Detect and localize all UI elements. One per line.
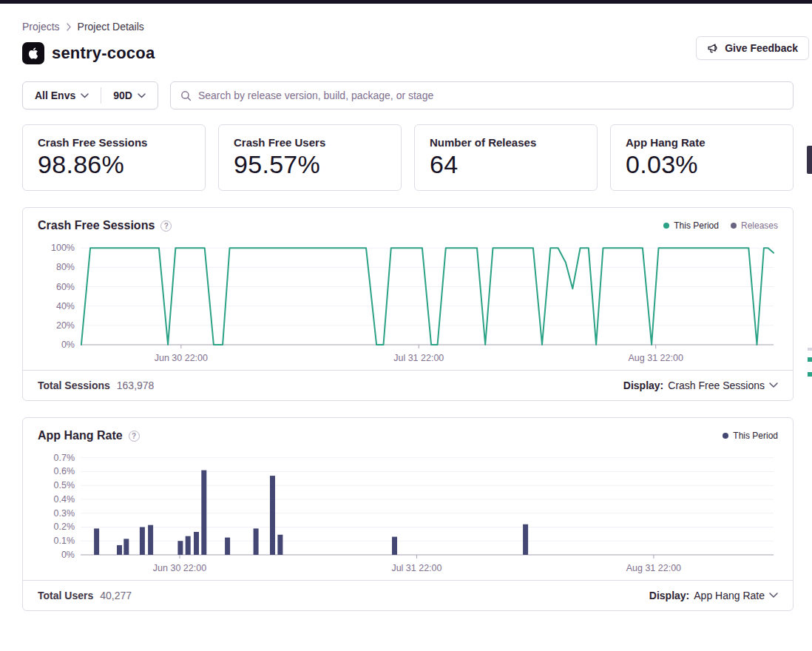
date-range-filter-dropdown[interactable]: 90D xyxy=(101,82,158,109)
svg-text:Aug 31 22:00: Aug 31 22:00 xyxy=(626,563,681,573)
legend-label: This Period xyxy=(733,431,778,441)
stat-label: Crash Free Sessions xyxy=(38,136,190,149)
svg-text:0.3%: 0.3% xyxy=(54,508,75,519)
total-sessions-label: Total Sessions xyxy=(38,380,110,391)
crash-free-sessions-chart[interactable]: 0%20%40%60%80%100%Jun 30 22:00Jul 31 22:… xyxy=(38,237,778,368)
environment-filter-label: All Envs xyxy=(35,90,75,101)
filter-group: All Envs 90D xyxy=(22,81,158,109)
panel-header: App Hang Rate ? This Period xyxy=(23,418,793,444)
svg-text:0.4%: 0.4% xyxy=(54,494,75,505)
stat-label: Number of Releases xyxy=(430,136,582,149)
display-label: Display: xyxy=(649,590,689,601)
stat-cards-row: Crash Free Sessions 98.86% Crash Free Us… xyxy=(22,124,794,191)
project-details-page: Projects Project Details Give Feedback s… xyxy=(0,21,812,611)
breadcrumb-chevron-icon xyxy=(66,23,72,31)
stat-card-crash-free-sessions: Crash Free Sessions 98.86% xyxy=(22,124,206,191)
clipped-content-fragment xyxy=(808,348,812,351)
svg-text:40%: 40% xyxy=(56,301,75,311)
megaphone-icon xyxy=(707,42,719,54)
svg-text:60%: 60% xyxy=(56,282,75,292)
legend-dot xyxy=(663,223,669,229)
stat-card-app-hang-rate: App Hang Rate 0.03% xyxy=(610,124,794,191)
filter-bar: All Envs 90D xyxy=(22,81,794,109)
breadcrumb-projects-link[interactable]: Projects xyxy=(22,21,60,33)
top-border-bar xyxy=(0,0,812,4)
legend-label: This Period xyxy=(674,220,719,231)
stat-value: 98.86% xyxy=(38,150,190,179)
clipped-content-fragment xyxy=(807,146,812,174)
chevron-down-icon xyxy=(769,382,778,388)
stat-card-crash-free-users: Crash Free Users 95.57% xyxy=(218,124,402,191)
crash-free-sessions-panel: Crash Free Sessions ? This Period Releas… xyxy=(22,207,794,401)
breadcrumb: Projects Project Details xyxy=(22,21,794,33)
display-value: Crash Free Sessions xyxy=(668,380,765,391)
date-range-filter-label: 90D xyxy=(113,90,132,101)
help-icon[interactable]: ? xyxy=(129,431,140,442)
legend-item-this-period[interactable]: This Period xyxy=(663,220,719,231)
panel-title: Crash Free Sessions xyxy=(38,219,155,232)
stat-value: 64 xyxy=(430,150,582,179)
release-search-box xyxy=(170,81,794,109)
give-feedback-label: Give Feedback xyxy=(725,42,798,54)
svg-text:Aug 31 22:00: Aug 31 22:00 xyxy=(629,353,683,363)
clipped-content-fragment xyxy=(808,372,812,377)
chart-area: 0%20%40%60%80%100%Jun 30 22:00Jul 31 22:… xyxy=(23,234,793,370)
display-selector[interactable]: Display: App Hang Rate xyxy=(649,590,778,601)
panel-header: Crash Free Sessions ? This Period Releas… xyxy=(23,208,793,234)
stat-value: 95.57% xyxy=(234,150,386,179)
svg-text:20%: 20% xyxy=(56,320,75,331)
svg-text:100%: 100% xyxy=(51,243,75,253)
svg-text:0.7%: 0.7% xyxy=(54,453,75,463)
project-title-row: sentry-cocoa xyxy=(22,42,794,64)
environment-filter-dropdown[interactable]: All Envs xyxy=(23,82,101,109)
help-icon[interactable]: ? xyxy=(160,220,172,232)
chart-legend: This Period Releases xyxy=(663,220,778,231)
svg-text:Jun 30 22:00: Jun 30 22:00 xyxy=(153,563,206,573)
chevron-down-icon xyxy=(81,93,89,98)
total-sessions-value: 163,978 xyxy=(117,380,155,391)
display-value: App Hang Rate xyxy=(694,590,765,601)
chart-legend: This Period xyxy=(723,431,778,441)
panel-title: App Hang Rate xyxy=(38,429,123,442)
app-hang-rate-chart[interactable]: 0%0.1%0.2%0.3%0.4%0.5%0.6%0.7%Jun 30 22:… xyxy=(38,447,778,579)
svg-text:Jun 30 22:00: Jun 30 22:00 xyxy=(155,353,208,363)
clipped-content-fragment xyxy=(808,357,812,362)
svg-text:0%: 0% xyxy=(61,550,75,560)
svg-text:80%: 80% xyxy=(56,262,75,272)
legend-label: Releases xyxy=(741,220,778,231)
total-users-label: Total Users xyxy=(38,590,93,601)
search-icon xyxy=(180,90,192,101)
chart-area: 0%0.1%0.2%0.3%0.4%0.5%0.6%0.7%Jun 30 22:… xyxy=(23,444,793,580)
panel-footer: Total Users 40,277 Display: App Hang Rat… xyxy=(23,580,793,610)
svg-text:0.2%: 0.2% xyxy=(54,522,75,532)
display-label: Display: xyxy=(623,380,663,391)
svg-text:0.5%: 0.5% xyxy=(54,480,75,490)
apple-platform-icon xyxy=(22,42,44,64)
give-feedback-button[interactable]: Give Feedback xyxy=(696,36,809,60)
breadcrumb-current: Project Details xyxy=(78,21,144,33)
svg-text:Jul 31 22:00: Jul 31 22:00 xyxy=(391,563,441,573)
svg-text:0.6%: 0.6% xyxy=(54,466,75,476)
stat-value: 0.03% xyxy=(626,150,778,179)
svg-text:0.1%: 0.1% xyxy=(54,536,75,546)
stat-card-number-of-releases: Number of Releases 64 xyxy=(414,124,598,191)
page-title: sentry-cocoa xyxy=(52,44,155,63)
chevron-down-icon xyxy=(138,93,146,98)
display-selector[interactable]: Display: Crash Free Sessions xyxy=(623,380,778,391)
svg-text:0%: 0% xyxy=(61,340,75,350)
panel-footer: Total Sessions 163,978 Display: Crash Fr… xyxy=(23,370,793,400)
svg-text:Jul 31 22:00: Jul 31 22:00 xyxy=(393,353,444,363)
legend-item-releases[interactable]: Releases xyxy=(731,220,778,231)
stat-label: App Hang Rate xyxy=(626,136,778,149)
search-input[interactable] xyxy=(198,90,783,101)
chevron-down-icon xyxy=(769,593,778,598)
app-hang-rate-panel: App Hang Rate ? This Period 0%0.1%0.2%0.… xyxy=(22,417,794,611)
legend-dot xyxy=(723,433,728,439)
legend-item-this-period[interactable]: This Period xyxy=(723,431,778,441)
stat-label: Crash Free Users xyxy=(234,136,386,149)
legend-dot xyxy=(731,223,737,229)
total-users-value: 40,277 xyxy=(100,590,132,601)
